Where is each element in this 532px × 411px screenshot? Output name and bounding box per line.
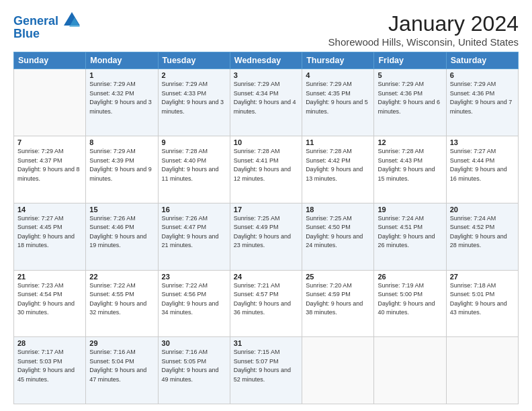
week-row-4: 21Sunrise: 7:23 AMSunset: 4:54 PMDayligh… — [14, 270, 519, 337]
day-number: 16 — [162, 205, 226, 214]
day-info: Sunrise: 7:29 AMSunset: 4:36 PMDaylight:… — [378, 80, 442, 116]
day-info: Sunrise: 7:19 AMSunset: 5:00 PMDaylight:… — [378, 281, 442, 318]
calendar-cell: 22Sunrise: 7:22 AMSunset: 4:55 PMDayligh… — [86, 270, 158, 337]
calendar-cell: 25Sunrise: 7:20 AMSunset: 4:59 PMDayligh… — [302, 270, 374, 337]
day-info: Sunrise: 7:26 AMSunset: 4:47 PMDaylight:… — [162, 214, 226, 250]
calendar-cell — [14, 69, 86, 136]
logo-icon — [62, 11, 81, 30]
calendar-cell: 19Sunrise: 7:24 AMSunset: 4:51 PMDayligh… — [374, 203, 446, 270]
day-number: 5 — [378, 71, 442, 79]
day-info: Sunrise: 7:29 AMSunset: 4:32 PMDaylight:… — [89, 80, 154, 116]
calendar-cell: 1Sunrise: 7:29 AMSunset: 4:32 PMDaylight… — [86, 69, 158, 136]
weekday-header-thursday: Thursday — [302, 52, 374, 69]
day-number: 27 — [450, 273, 515, 281]
day-number: 26 — [378, 273, 442, 281]
day-number: 10 — [234, 138, 298, 146]
calendar-cell: 11Sunrise: 7:28 AMSunset: 4:42 PMDayligh… — [302, 136, 374, 203]
calendar-cell — [374, 337, 446, 404]
calendar-cell: 29Sunrise: 7:16 AMSunset: 5:04 PMDayligh… — [86, 337, 158, 404]
day-info: Sunrise: 7:28 AMSunset: 4:41 PMDaylight:… — [234, 147, 298, 183]
day-number: 6 — [450, 71, 515, 79]
calendar-cell: 16Sunrise: 7:26 AMSunset: 4:47 PMDayligh… — [158, 203, 230, 270]
day-info: Sunrise: 7:18 AMSunset: 5:01 PMDaylight:… — [450, 281, 515, 318]
week-row-3: 14Sunrise: 7:27 AMSunset: 4:45 PMDayligh… — [14, 203, 519, 270]
weekday-header-saturday: Saturday — [446, 52, 518, 69]
calendar-cell: 31Sunrise: 7:15 AMSunset: 5:07 PMDayligh… — [230, 337, 302, 404]
day-number: 1 — [89, 71, 154, 79]
day-number: 13 — [450, 138, 515, 146]
day-info: Sunrise: 7:15 AMSunset: 5:07 PMDaylight:… — [234, 348, 298, 384]
day-info: Sunrise: 7:29 AMSunset: 4:36 PMDaylight:… — [450, 80, 515, 116]
calendar-cell: 12Sunrise: 7:28 AMSunset: 4:43 PMDayligh… — [374, 136, 446, 203]
weekday-header-sunday: Sunday — [14, 52, 86, 69]
calendar-cell — [302, 337, 374, 404]
day-info: Sunrise: 7:29 AMSunset: 4:33 PMDaylight:… — [162, 80, 226, 116]
calendar-cell: 4Sunrise: 7:29 AMSunset: 4:35 PMDaylight… — [302, 69, 374, 136]
calendar-cell: 21Sunrise: 7:23 AMSunset: 4:54 PMDayligh… — [14, 270, 86, 337]
day-number: 25 — [306, 273, 370, 281]
calendar-cell: 3Sunrise: 7:29 AMSunset: 4:34 PMDaylight… — [230, 69, 302, 136]
day-info: Sunrise: 7:28 AMSunset: 4:43 PMDaylight:… — [378, 147, 442, 183]
day-number: 21 — [17, 273, 82, 281]
month-title: January 2024 — [328, 11, 519, 36]
calendar-cell: 5Sunrise: 7:29 AMSunset: 4:36 PMDaylight… — [374, 69, 446, 136]
day-number: 22 — [89, 273, 154, 281]
calendar-cell — [446, 337, 518, 404]
page: General Blue January 2024 Shorewood Hill… — [0, 0, 532, 411]
calendar-cell: 10Sunrise: 7:28 AMSunset: 4:41 PMDayligh… — [230, 136, 302, 203]
day-number: 2 — [162, 71, 226, 79]
calendar-cell: 2Sunrise: 7:29 AMSunset: 4:33 PMDaylight… — [158, 69, 230, 136]
day-info: Sunrise: 7:29 AMSunset: 4:39 PMDaylight:… — [89, 147, 154, 183]
weekday-header-row: SundayMondayTuesdayWednesdayThursdayFrid… — [14, 52, 519, 69]
day-number: 3 — [234, 71, 298, 79]
day-info: Sunrise: 7:25 AMSunset: 4:50 PMDaylight:… — [306, 214, 370, 250]
day-info: Sunrise: 7:25 AMSunset: 4:49 PMDaylight:… — [234, 214, 298, 250]
calendar-cell: 7Sunrise: 7:29 AMSunset: 4:37 PMDaylight… — [14, 136, 86, 203]
location: Shorewood Hills, Wisconsin, United State… — [328, 36, 519, 48]
day-info: Sunrise: 7:28 AMSunset: 4:40 PMDaylight:… — [162, 147, 226, 183]
day-number: 31 — [234, 339, 298, 347]
day-number: 20 — [450, 205, 515, 214]
day-number: 17 — [234, 205, 298, 214]
day-number: 30 — [162, 339, 226, 347]
day-info: Sunrise: 7:22 AMSunset: 4:55 PMDaylight:… — [89, 281, 154, 318]
day-number: 29 — [89, 339, 154, 347]
calendar-cell: 23Sunrise: 7:22 AMSunset: 4:56 PMDayligh… — [158, 270, 230, 337]
day-info: Sunrise: 7:28 AMSunset: 4:42 PMDaylight:… — [306, 147, 370, 183]
day-info: Sunrise: 7:16 AMSunset: 5:05 PMDaylight:… — [162, 348, 226, 384]
day-info: Sunrise: 7:27 AMSunset: 4:44 PMDaylight:… — [450, 147, 515, 183]
day-info: Sunrise: 7:24 AMSunset: 4:51 PMDaylight:… — [378, 214, 442, 250]
weekday-header-monday: Monday — [86, 52, 158, 69]
day-info: Sunrise: 7:26 AMSunset: 4:46 PMDaylight:… — [89, 214, 154, 250]
week-row-2: 7Sunrise: 7:29 AMSunset: 4:37 PMDaylight… — [14, 136, 519, 203]
calendar-cell: 26Sunrise: 7:19 AMSunset: 5:00 PMDayligh… — [374, 270, 446, 337]
calendar-table: SundayMondayTuesdayWednesdayThursdayFrid… — [13, 52, 519, 404]
day-info: Sunrise: 7:17 AMSunset: 5:03 PMDaylight:… — [17, 348, 82, 384]
day-number: 12 — [378, 138, 442, 146]
day-number: 7 — [17, 138, 82, 146]
calendar-cell: 6Sunrise: 7:29 AMSunset: 4:36 PMDaylight… — [446, 69, 518, 136]
calendar-cell: 20Sunrise: 7:24 AMSunset: 4:52 PMDayligh… — [446, 203, 518, 270]
weekday-header-friday: Friday — [374, 52, 446, 69]
day-number: 23 — [162, 273, 226, 281]
day-number: 28 — [17, 339, 82, 347]
day-number: 9 — [162, 138, 226, 146]
header: General Blue January 2024 Shorewood Hill… — [13, 11, 519, 48]
day-info: Sunrise: 7:16 AMSunset: 5:04 PMDaylight:… — [89, 348, 154, 384]
day-number: 15 — [89, 205, 154, 214]
weekday-header-wednesday: Wednesday — [230, 52, 302, 69]
title-block: January 2024 Shorewood Hills, Wisconsin,… — [328, 11, 519, 48]
day-info: Sunrise: 7:20 AMSunset: 4:59 PMDaylight:… — [306, 281, 370, 318]
day-number: 19 — [378, 205, 442, 214]
calendar-cell: 15Sunrise: 7:26 AMSunset: 4:46 PMDayligh… — [86, 203, 158, 270]
calendar-cell: 14Sunrise: 7:27 AMSunset: 4:45 PMDayligh… — [14, 203, 86, 270]
logo: General Blue — [13, 13, 81, 41]
day-info: Sunrise: 7:22 AMSunset: 4:56 PMDaylight:… — [162, 281, 226, 318]
calendar-cell: 30Sunrise: 7:16 AMSunset: 5:05 PMDayligh… — [158, 337, 230, 404]
calendar-cell: 17Sunrise: 7:25 AMSunset: 4:49 PMDayligh… — [230, 203, 302, 270]
day-number: 8 — [89, 138, 154, 146]
day-info: Sunrise: 7:24 AMSunset: 4:52 PMDaylight:… — [450, 214, 515, 250]
day-info: Sunrise: 7:21 AMSunset: 4:57 PMDaylight:… — [234, 281, 298, 318]
calendar-cell: 18Sunrise: 7:25 AMSunset: 4:50 PMDayligh… — [302, 203, 374, 270]
day-info: Sunrise: 7:23 AMSunset: 4:54 PMDaylight:… — [17, 281, 82, 318]
